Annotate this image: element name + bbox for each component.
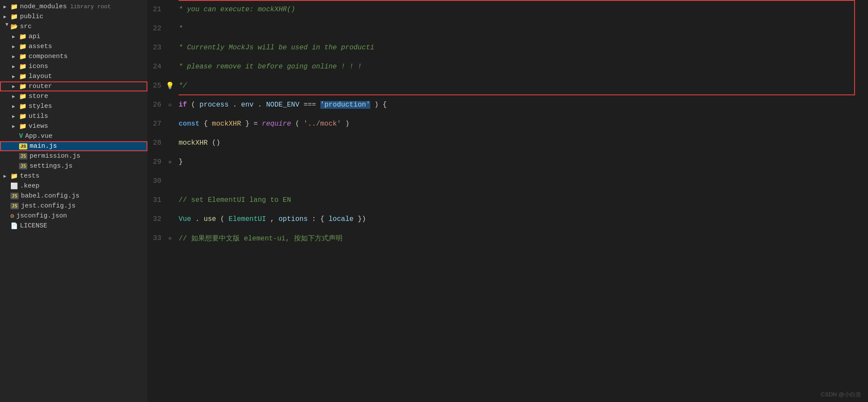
sidebar-item-store[interactable]: ▶ 📁 store <box>0 91 147 101</box>
sidebar-item-permission-js[interactable]: JS permission.js <box>0 151 147 161</box>
sidebar-label: jsconfig.json <box>16 212 67 220</box>
gutter-25: 💡 <box>165 76 175 95</box>
sidebar-item-assets[interactable]: ▶ 📁 assets <box>0 42 147 52</box>
sidebar-label: views <box>29 123 48 130</box>
sidebar-item-router[interactable]: ▶ 📁 router <box>0 81 147 91</box>
line-num-23: 23 <box>147 38 165 57</box>
sidebar-label: utils <box>29 113 48 120</box>
sidebar-item-jsconfig-json[interactable]: ⚙ jsconfig.json <box>0 211 147 221</box>
sidebar-label: src <box>20 23 32 30</box>
sidebar-label: permission.js <box>29 152 80 160</box>
sidebar-item-settings-js[interactable]: JS settings.js <box>0 161 147 171</box>
gutter-28 <box>165 133 175 152</box>
arrow-icon: ▶ <box>12 44 19 49</box>
arrow-icon: ▶ <box>12 54 19 59</box>
library-root-label: library root <box>70 3 111 10</box>
folder-icon: 📂 <box>10 23 18 30</box>
sidebar-item-components[interactable]: ▶ 📁 components <box>0 52 147 62</box>
json-icon: ⚙ <box>10 212 14 220</box>
code-line-26: if ( process . env . NODE_ENV === 'produ… <box>179 95 868 114</box>
code-line-28: mockXHR () <box>179 133 868 152</box>
gutter-23 <box>165 38 175 57</box>
folder-icon: 📁 <box>19 103 26 110</box>
line-num-22: 22 <box>147 19 165 38</box>
sidebar-item-node-modules[interactable]: ▶ 📁 node_modules library root <box>0 2 147 12</box>
sidebar-item-utils[interactable]: ▶ 📁 utils <box>0 111 147 121</box>
arrow-icon: ▶ <box>12 84 19 89</box>
sidebar-label: babel.config.js <box>21 192 79 200</box>
sidebar-item-tests[interactable]: ▶ 📁 tests <box>0 171 147 181</box>
gutter-29: ⊕ <box>165 152 175 172</box>
sidebar-label: components <box>29 53 68 60</box>
sidebar-item-icons[interactable]: ▶ 📁 icons <box>0 62 147 71</box>
sidebar-item-api[interactable]: ▶ 📁 api <box>0 32 147 42</box>
line-25-content: */ <box>179 82 187 90</box>
gutter-26: ⊖ <box>165 95 175 114</box>
line-num-25: 25 <box>147 76 165 95</box>
sidebar-item-layout[interactable]: ▶ 📁 layout <box>0 71 147 81</box>
vue-icon: V <box>19 133 23 140</box>
arrow-icon: ▶ <box>3 4 10 10</box>
file-tree: ▶ 📁 node_modules library root ▶ 📁 public… <box>0 0 147 402</box>
sidebar-label: settings.js <box>29 162 72 170</box>
code-line-24: * please remove it before going online !… <box>179 57 868 76</box>
folder-icon: 📁 <box>19 113 26 120</box>
sidebar-item-jest-config[interactable]: JS jest.config.js <box>0 201 147 211</box>
js-icon: JS <box>10 193 19 199</box>
sidebar-label: public <box>20 13 43 20</box>
sidebar-item-styles[interactable]: ▶ 📁 styles <box>0 101 147 111</box>
sidebar-item-public[interactable]: ▶ 📁 public <box>0 12 147 22</box>
sidebar-label: App.vue <box>25 133 52 140</box>
sidebar-label: router <box>29 83 52 90</box>
folder-icon: 📁 <box>19 123 26 130</box>
code-content-area[interactable]: * you can execute: mockXHR() * * Current… <box>179 0 868 402</box>
code-line-33: // 如果想要中文版 element-ui, 按如下方式声明 <box>179 229 868 248</box>
sidebar-item-main-js[interactable]: JS main.js <box>0 141 147 151</box>
folder-icon: 📁 <box>10 13 18 20</box>
sidebar-item-src[interactable]: ▶ 📂 src <box>0 22 147 32</box>
code-line-27: const { mockXHR } = require ( '../mock' … <box>179 114 868 133</box>
sidebar-label: store <box>29 93 48 100</box>
folder-icon: 📁 <box>19 93 26 100</box>
line-22-content: * <box>179 25 183 32</box>
sidebar-item-babel-config[interactable]: JS babel.config.js <box>0 191 147 201</box>
sidebar-item-license[interactable]: 📄 LICENSE <box>0 221 147 231</box>
watermark: CSDN @小白浩 <box>821 391 861 399</box>
line-num-32: 32 <box>147 210 165 229</box>
gutter-22 <box>165 19 175 38</box>
gutter-33: ⊕ <box>165 229 175 248</box>
arrow-icon: ▶ <box>3 173 10 179</box>
gutter-21 <box>165 0 175 19</box>
code-line-23: * Currently MockJs will be used in the p… <box>179 38 868 57</box>
code-line-31: // set ElementUI lang to EN <box>179 191 868 210</box>
line-31-content: // set ElementUI lang to EN <box>179 196 291 204</box>
js-icon: JS <box>19 153 27 159</box>
sidebar-item-views[interactable]: ▶ 📁 views <box>0 121 147 131</box>
line-28-content: mockXHR () <box>179 139 220 147</box>
sidebar-label: icons <box>29 63 48 70</box>
sidebar-item-keep[interactable]: ⬜ .keep <box>0 181 147 191</box>
line-num-33: 33 <box>147 229 165 248</box>
code-editor[interactable]: 21 22 23 24 25 💡 <box>147 0 868 402</box>
gutter-32 <box>165 210 175 229</box>
sidebar-label: assets <box>29 43 52 50</box>
folder-icon: 📁 <box>19 73 26 80</box>
folder-icon: 📁 <box>19 53 26 60</box>
sidebar-label: .keep <box>20 182 39 190</box>
line-num-31: 31 <box>147 191 165 210</box>
folder-icon: 📁 <box>10 172 18 180</box>
line-26-content: if ( process . env . NODE_ENV === 'produ… <box>179 101 387 109</box>
sidebar-label: layout <box>29 73 52 80</box>
js-icon: JS <box>19 143 27 149</box>
arrow-icon: ▶ <box>4 23 10 30</box>
code-line-25: */ <box>179 76 868 95</box>
line-number-gutter: 21 22 23 24 25 💡 <box>147 0 179 402</box>
js-icon: JS <box>10 203 19 209</box>
line-29-content: } <box>179 158 183 166</box>
license-icon: 📄 <box>10 222 18 230</box>
code-line-30 <box>179 172 868 191</box>
line-27-content: const { mockXHR } = require ( '../mock' … <box>179 120 349 128</box>
sidebar-item-app-vue[interactable]: V App.vue <box>0 131 147 141</box>
js-icon: JS <box>19 163 27 169</box>
folder-icon: 📁 <box>19 83 26 90</box>
